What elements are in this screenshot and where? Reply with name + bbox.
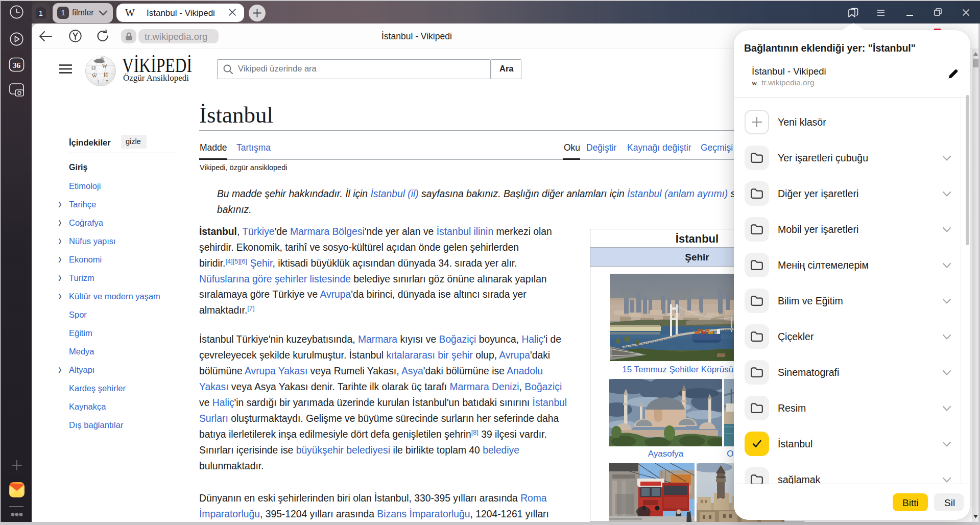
svg-text:W: W bbox=[102, 63, 107, 69]
svg-text:Ŵ: Ŵ bbox=[92, 73, 97, 79]
svg-text:И: И bbox=[104, 71, 108, 78]
svg-text:7: 7 bbox=[106, 79, 108, 84]
svg-text:36: 36 bbox=[13, 61, 21, 69]
svg-text:1: 1 bbox=[39, 9, 43, 17]
svg-text:Ω: Ω bbox=[91, 64, 95, 70]
